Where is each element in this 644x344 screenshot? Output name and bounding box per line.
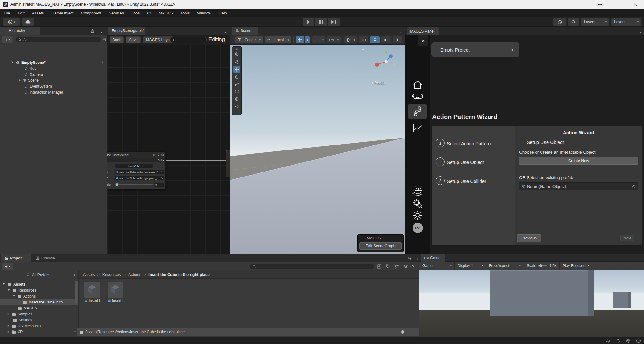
- tab-mages-panel[interactable]: MAGES Panel: [407, 27, 439, 35]
- create-new-button[interactable]: Create New: [519, 157, 638, 165]
- search-by-label-icon[interactable]: [386, 264, 391, 269]
- settings-gear-icon[interactable]: [412, 210, 423, 221]
- collapse-arrow-icon[interactable]: ▶: [8, 313, 10, 315]
- menu-edit[interactable]: Edit: [14, 11, 28, 15]
- close-button[interactable]: [626, 0, 644, 9]
- menu-services[interactable]: Services: [105, 11, 128, 15]
- hierarchy-row-scene-root[interactable]: ▼ EmptyScene* ⋮: [0, 59, 107, 65]
- tab-project[interactable]: Project: [1, 254, 31, 262]
- grid-snap-dropdown[interactable]: ▾: [305, 36, 310, 43]
- object-field[interactable]: Insert the Cube in the right place_P ⊙: [115, 170, 164, 174]
- display-target-dropdown[interactable]: Display 1 ▾: [455, 262, 486, 270]
- game-menu-kebab[interactable]: ⋮: [639, 256, 643, 260]
- package-box-icon[interactable]: [626, 339, 630, 343]
- edit-scenegraph-button[interactable]: Edit SceneGraph: [359, 242, 402, 250]
- tab-console[interactable]: Console: [33, 254, 65, 262]
- expand-arrow-icon[interactable]: ▼: [13, 295, 15, 298]
- scenegraph-search-field[interactable]: [170, 37, 207, 43]
- angle-slider-thumb[interactable]: [116, 183, 118, 186]
- menu-mages[interactable]: MAGES: [155, 11, 177, 15]
- 2d-toggle[interactable]: 2D: [359, 36, 368, 43]
- breadcrumb-resources[interactable]: Resources: [102, 272, 121, 277]
- back-button[interactable]: Back: [110, 36, 124, 43]
- rect-tool-icon[interactable]: [235, 88, 239, 95]
- scenegraph-canvas[interactable]: Cube (Insert Action) Out ● InsertCube ec…: [107, 45, 230, 254]
- collapse-arrow-icon[interactable]: ▶: [19, 79, 21, 82]
- tab-scene[interactable]: Scene: [232, 27, 258, 35]
- measure-tool-dropdown[interactable]: ▾: [327, 36, 341, 43]
- hierarchy-row-interaction-manager[interactable]: Interaction Manager: [0, 89, 107, 95]
- lighting-toggle[interactable]: [370, 36, 380, 43]
- overlay-collapsed-handle[interactable]: ≡: [362, 46, 364, 51]
- hierarchy-row-camera[interactable]: Camera: [0, 71, 107, 77]
- scale-control[interactable]: Scale 1.5x: [524, 262, 560, 270]
- hidden-packages-count[interactable]: 25: [404, 264, 414, 268]
- out-port-dot[interactable]: ●: [163, 159, 164, 161]
- breadcrumb-actions[interactable]: Actions: [128, 272, 141, 277]
- layers-stack-icon[interactable]: [161, 153, 164, 156]
- game-display-mode-dropdown[interactable]: Game ▾: [419, 262, 455, 270]
- hierarchy-row-eventsystem[interactable]: EventSystem: [0, 83, 107, 89]
- refresh-activity-icon[interactable]: [616, 339, 620, 343]
- asset-item-1[interactable]: Insert t...: [84, 282, 104, 303]
- tree-row-mages[interactable]: MAGES: [0, 305, 78, 311]
- scenegraph-nav-selected[interactable]: [408, 104, 427, 119]
- orientation-gizmo[interactable]: [374, 48, 399, 75]
- angle-slider[interactable]: [115, 184, 153, 185]
- thumbnail-size-slider[interactable]: [394, 332, 416, 332]
- search-by-type-icon[interactable]: [377, 264, 382, 269]
- prefab-object-field[interactable]: None (Game Object) ⊙: [519, 182, 638, 190]
- menu-assets[interactable]: Assets: [28, 11, 48, 15]
- home-icon[interactable]: [412, 80, 423, 90]
- favorites-collapse-icon[interactable]: ▴: [74, 273, 75, 276]
- favorites-star-icon[interactable]: [394, 264, 399, 269]
- expand-arrow-icon[interactable]: ▼: [11, 61, 14, 64]
- menu-file[interactable]: File: [0, 11, 14, 15]
- next-button[interactable]: Next: [620, 235, 634, 241]
- step-button[interactable]: [328, 18, 340, 26]
- tree-scroll-down-icon[interactable]: ▾: [74, 331, 76, 334]
- favorites-all-prefabs[interactable]: All Prefabs ▴: [0, 272, 78, 278]
- breadcrumb-current[interactable]: Insert the Cube in the right place: [148, 272, 209, 277]
- scene-viewport[interactable]: ≡ ≡: [230, 45, 405, 254]
- expand-panel-button[interactable]: »: [418, 35, 428, 46]
- tree-row-resources[interactable]: ▼ Resources: [0, 287, 78, 293]
- overlay-grip-icon[interactable]: [360, 238, 364, 239]
- play-button[interactable]: [303, 18, 314, 26]
- notifications-bell-icon[interactable]: [606, 338, 610, 343]
- layout-name-field[interactable]: MAGES Layo: [143, 36, 173, 43]
- shading-mode-dropdown[interactable]: ▾: [344, 36, 357, 43]
- menu-ci[interactable]: CI: [143, 11, 155, 15]
- project-menu-kebab[interactable]: ⋮: [415, 256, 419, 260]
- menu-component[interactable]: Component: [77, 11, 105, 15]
- pause-button[interactable]: [315, 18, 327, 26]
- project-add-button[interactable]: + ▾: [2, 263, 13, 270]
- scene-root-kebab[interactable]: ⋮: [100, 60, 104, 64]
- game-viewport[interactable]: [419, 270, 644, 337]
- visibility-eye-icon[interactable]: [153, 154, 156, 156]
- perspective-label[interactable]: ‹ Persp: [372, 80, 385, 85]
- play-focused-dropdown[interactable]: Play Focused ▾: [560, 262, 592, 270]
- menu-jobs[interactable]: Jobs: [128, 11, 143, 15]
- step-2-label[interactable]: Setup Use Object: [447, 160, 484, 165]
- scale-tool-icon[interactable]: [235, 81, 239, 88]
- maximize-button[interactable]: [609, 0, 626, 9]
- layers-dropdown[interactable]: Layers ▾: [581, 18, 609, 26]
- effects-toggle[interactable]: [393, 36, 402, 43]
- tool-handle-rotation-dropdown[interactable]: Local ▾: [265, 36, 291, 43]
- scale-slider[interactable]: [538, 265, 547, 266]
- build-settings-icon[interactable]: [412, 198, 423, 209]
- node-name-field[interactable]: InsertCube: [115, 164, 153, 168]
- asset-item-2[interactable]: Insert t...: [108, 282, 127, 303]
- tree-row-samples[interactable]: ▶ Samples: [0, 311, 78, 317]
- hierarchy-menu-kebab[interactable]: ⋮: [99, 29, 103, 33]
- view-cube-tool-icon[interactable]: [235, 51, 239, 58]
- tree-row-xr[interactable]: ▶ XR: [0, 329, 78, 335]
- vr-headset-icon[interactable]: [412, 93, 423, 100]
- scene-menu-kebab[interactable]: ⋮: [399, 29, 403, 33]
- step-1-label[interactable]: Select Action Pattern: [447, 141, 491, 146]
- project-select-dropdown[interactable]: Empty Project ▾: [431, 42, 519, 57]
- tree-row-textmeshpro[interactable]: ▶ TextMesh Pro: [0, 323, 78, 329]
- menu-window[interactable]: Window: [193, 11, 215, 15]
- breadcrumb-assets[interactable]: Assets: [83, 272, 95, 277]
